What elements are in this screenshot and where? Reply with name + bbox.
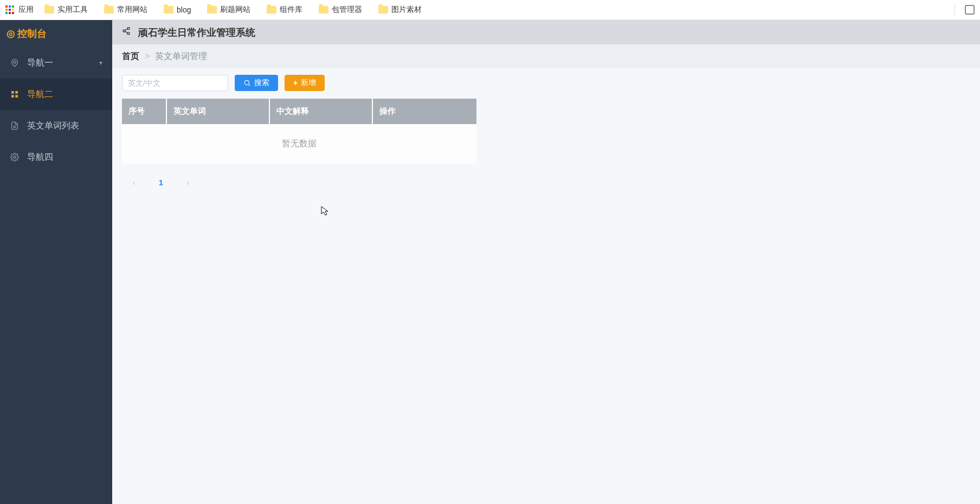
add-button[interactable]: + 新增 — [285, 75, 325, 91]
gear-icon — [10, 152, 20, 162]
sidebar-item-nav2[interactable]: 导航二 — [0, 79, 112, 110]
chevron-down-icon: ▾ — [99, 59, 102, 67]
page-number[interactable]: 1 — [152, 173, 170, 191]
brand-text: 控制台 — [17, 27, 47, 40]
svg-point-8 — [127, 27, 130, 29]
svg-line-11 — [125, 29, 128, 30]
col-chinese: 中文解释 — [269, 99, 372, 124]
svg-point-0 — [14, 61, 16, 63]
main-area: 顽石学生日常作业管理系统 首页 > 英文单词管理 搜索 + 新增 — [112, 20, 980, 504]
word-table: 序号 英文单词 中文解释 操作 暂无数据 — [122, 99, 476, 164]
sidebar-item-nav4[interactable]: 导航四 — [0, 141, 112, 173]
col-actions: 操作 — [372, 99, 476, 124]
bookmark-item[interactable]: 组件库 — [261, 3, 308, 17]
breadcrumb-current: 英文单词管理 — [155, 51, 207, 62]
apps-launcher[interactable]: 应用 — [5, 5, 34, 15]
top-bar: 顽石学生日常作业管理系统 — [112, 20, 980, 44]
sidebar-item-label: 英文单词列表 — [27, 120, 79, 132]
grid-icon — [10, 89, 20, 99]
brand-icon: ◎ — [7, 28, 15, 40]
svg-rect-3 — [11, 95, 14, 98]
svg-point-9 — [123, 30, 125, 32]
svg-point-13 — [244, 80, 249, 85]
svg-rect-2 — [15, 91, 18, 94]
col-index: 序号 — [122, 99, 166, 124]
divider — [955, 4, 955, 15]
svg-point-7 — [14, 156, 16, 158]
next-page[interactable]: › — [179, 173, 197, 191]
prev-page[interactable]: ‹ — [125, 173, 143, 191]
share-icon[interactable] — [122, 27, 131, 38]
content: 搜索 + 新增 序号 英文单词 中文解释 操作 暂无数据 — [112, 68, 980, 201]
table-header-row: 序号 英文单词 中文解释 操作 — [122, 99, 476, 124]
folder-icon — [44, 6, 54, 14]
breadcrumb: 首页 > 英文单词管理 — [112, 44, 980, 68]
svg-line-14 — [249, 85, 250, 86]
plus-icon: + — [293, 79, 298, 87]
folder-icon — [378, 6, 388, 14]
apps-label: 应用 — [18, 5, 34, 15]
svg-rect-4 — [15, 95, 18, 98]
reading-list-icon[interactable] — [965, 5, 975, 15]
app-title: 顽石学生日常作业管理系统 — [138, 26, 255, 39]
sidebar-item-nav1[interactable]: 导航一 ▾ — [0, 47, 112, 79]
folder-icon — [164, 6, 173, 14]
bookmark-bar: 应用 实用工具 常用网站 blog 刷题网站 组件库 包管理器 图片素材 — [0, 0, 980, 20]
folder-icon — [104, 6, 114, 14]
empty-text: 暂无数据 — [122, 124, 476, 164]
search-button[interactable]: 搜索 — [235, 75, 278, 91]
sidebar-item-label: 导航一 — [27, 57, 53, 69]
col-english: 英文单词 — [166, 99, 269, 124]
bookmark-item[interactable]: 包管理器 — [313, 3, 368, 17]
bookmark-item[interactable]: 常用网站 — [99, 3, 153, 17]
bookmark-item[interactable]: 图片素材 — [373, 3, 427, 17]
apps-icon — [5, 5, 14, 14]
svg-rect-1 — [11, 91, 14, 94]
control-row: 搜索 + 新增 — [122, 75, 970, 91]
document-icon — [10, 121, 20, 131]
sidebar-item-wordlist[interactable]: 英文单词列表 — [0, 110, 112, 141]
folder-icon — [267, 6, 276, 14]
breadcrumb-sep: > — [145, 51, 150, 61]
bookmark-item[interactable]: 刷题网站 — [202, 3, 256, 17]
search-icon — [243, 79, 251, 87]
folder-icon — [319, 6, 328, 14]
svg-line-12 — [125, 31, 128, 33]
sidebar-item-label: 导航二 — [27, 89, 53, 100]
bookmark-item[interactable]: 实用工具 — [39, 3, 93, 17]
folder-icon — [207, 6, 217, 14]
pagination: ‹ 1 › — [122, 173, 970, 191]
sidebar-item-label: 导航四 — [27, 152, 53, 163]
pin-icon — [10, 58, 20, 68]
brand[interactable]: ◎控制台 — [0, 20, 112, 47]
bookmark-item[interactable]: blog — [158, 3, 196, 16]
search-input[interactable] — [122, 75, 228, 91]
svg-point-10 — [127, 33, 130, 35]
breadcrumb-root[interactable]: 首页 — [122, 51, 139, 62]
table-empty-row: 暂无数据 — [122, 124, 476, 164]
sidebar: ◎控制台 导航一 ▾ 导航二 英文单词列表 导航四 — [0, 20, 112, 504]
